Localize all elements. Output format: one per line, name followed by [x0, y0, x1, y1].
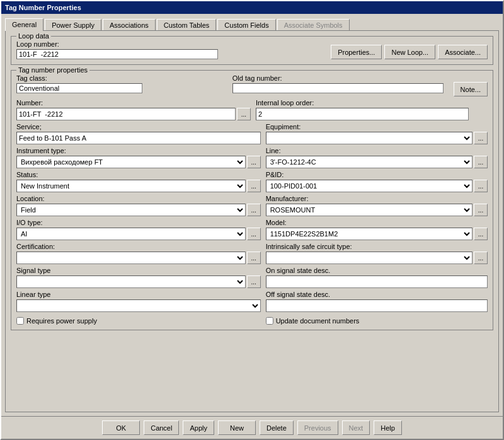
- line-btn[interactable]: ...: [474, 156, 488, 168]
- internal-loop-label: Internal loop order:: [256, 99, 469, 107]
- manufacturer-col: Manufacturer: ROSEMOUNT ...: [266, 195, 488, 216]
- line-label: Line:: [266, 147, 488, 154]
- loop-number-input[interactable]: [16, 49, 218, 59]
- signal-type-input-group: ...: [16, 275, 261, 288]
- tab-general[interactable]: General: [5, 18, 43, 31]
- update-doc-checkbox[interactable]: [266, 317, 273, 325]
- certification-input-group: ...: [16, 252, 261, 264]
- tab-custom-tables[interactable]: Custom Tables: [157, 19, 217, 31]
- manufacturer-label: Manufacturer:: [266, 195, 488, 202]
- associate-button[interactable]: Associate...: [438, 45, 488, 59]
- linear-type-select[interactable]: [16, 299, 261, 312]
- io-type-label: I/O type:: [16, 219, 261, 226]
- manufacturer-select[interactable]: ROSEMOUNT: [266, 204, 472, 216]
- pandid-select[interactable]: 100-PID01-001: [266, 180, 472, 192]
- loop-number-col: Loop number:: [16, 40, 326, 59]
- certification-btn[interactable]: ...: [247, 252, 261, 264]
- status-input-group: New Instrument ...: [16, 180, 261, 192]
- line-select[interactable]: 3'-FO-1212-4C: [266, 156, 472, 168]
- loop-data-group: Loop data Loop number: Properties... New…: [11, 36, 493, 65]
- linear-type-col: Linear type: [16, 291, 261, 312]
- tab-power-supply[interactable]: Power Supply: [45, 19, 101, 31]
- tab-custom-fields[interactable]: Custom Fields: [217, 19, 275, 31]
- loop-data-title: Loop data: [16, 32, 51, 40]
- equipment-select[interactable]: [266, 132, 472, 144]
- on-signal-label: On signal state desc.: [266, 267, 488, 274]
- old-tag-number-input[interactable]: [232, 83, 444, 93]
- equipment-btn[interactable]: ...: [474, 132, 488, 144]
- old-tag-number-label: Old tag number:: [232, 74, 444, 82]
- status-select[interactable]: New Instrument: [16, 180, 246, 192]
- instrument-type-select[interactable]: Вихревой расходомер FT: [16, 156, 246, 168]
- loop-number-label: Loop number:: [16, 40, 326, 48]
- update-doc-label: Update document numbers: [276, 317, 360, 325]
- manufacturer-btn[interactable]: ...: [474, 204, 488, 216]
- io-type-btn[interactable]: ...: [247, 228, 261, 240]
- location-col: Location: Field ...: [16, 195, 261, 216]
- status-col: Status: New Instrument ...: [16, 171, 261, 192]
- apply-button[interactable]: Apply: [183, 420, 214, 435]
- new-loop-button[interactable]: New Loop...: [384, 45, 435, 59]
- number-btn[interactable]: ...: [237, 108, 251, 120]
- instrument-type-btn[interactable]: ...: [247, 156, 261, 168]
- number-label: Number:: [16, 99, 251, 107]
- pandid-btn[interactable]: ...: [474, 180, 488, 192]
- tab-associate-symbols: Associate Symbols: [277, 19, 350, 31]
- pandid-label: P&ID:: [266, 171, 488, 178]
- intrinsic-input-group: ...: [266, 252, 488, 264]
- service-input[interactable]: [16, 132, 261, 144]
- tab-content-general: Loop data Loop number: Properties... New…: [5, 30, 499, 412]
- tag-class-input[interactable]: [16, 83, 142, 93]
- intrinsic-select[interactable]: [266, 252, 472, 264]
- model-select[interactable]: 1151DP4E22S2B1M2: [266, 228, 472, 240]
- main-window: Tag Number Properties General Power Supp…: [0, 0, 504, 440]
- linear-type-input-group: [16, 299, 261, 312]
- previous-button: Previous: [297, 420, 338, 435]
- new-button[interactable]: New: [218, 420, 256, 435]
- tab-associations[interactable]: Associations: [103, 19, 156, 31]
- location-btn[interactable]: ...: [247, 204, 261, 216]
- number-input[interactable]: [16, 108, 236, 120]
- pandid-col: P&ID: 100-PID01-001 ...: [266, 171, 488, 192]
- ok-button[interactable]: OK: [102, 420, 140, 435]
- update-doc-row: Update document numbers: [266, 317, 488, 325]
- internal-loop-input[interactable]: [256, 108, 469, 120]
- off-signal-input[interactable]: [266, 299, 488, 312]
- next-button: Next: [342, 420, 370, 435]
- instrument-type-label: Instrument type:: [16, 147, 261, 154]
- tag-class-label: Tag class:: [16, 74, 227, 82]
- intrinsic-label: Intrinsically safe circuit type:: [266, 243, 488, 250]
- off-signal-label: Off signal state desc.: [266, 291, 488, 298]
- requires-power-row: Requires power supply: [16, 317, 261, 325]
- content-area: General Power Supply Associations Custom…: [1, 14, 503, 416]
- requires-power-checkbox[interactable]: [16, 317, 24, 325]
- note-btn-col: Note...: [449, 74, 488, 96]
- properties-button[interactable]: Properties...: [331, 45, 382, 59]
- on-signal-col: On signal state desc.: [266, 267, 488, 288]
- model-btn[interactable]: ...: [474, 228, 488, 240]
- certification-select[interactable]: [16, 252, 246, 264]
- note-button[interactable]: Note...: [454, 82, 488, 96]
- status-btn[interactable]: ...: [247, 180, 261, 192]
- location-select[interactable]: Field: [16, 204, 246, 216]
- manufacturer-input-group: ROSEMOUNT ...: [266, 204, 488, 216]
- signal-type-select[interactable]: [16, 275, 246, 288]
- model-input-group: 1151DP4E22S2B1M2 ...: [266, 228, 488, 240]
- loop-data-row: Loop number: Properties... New Loop... A…: [16, 40, 488, 59]
- instrument-type-input-group: Вихревой расходомер FT ...: [16, 156, 261, 168]
- tab-bar: General Power Supply Associations Custom…: [5, 18, 499, 30]
- tag-properties-group: Tag number properties Tag class: Old tag…: [11, 70, 493, 330]
- certification-label: Certification:: [16, 243, 261, 250]
- signal-type-btn[interactable]: ...: [247, 275, 261, 288]
- cancel-button[interactable]: Cancel: [144, 420, 179, 435]
- line-col: Line: 3'-FO-1212-4C ...: [266, 147, 488, 168]
- intrinsic-btn[interactable]: ...: [474, 252, 488, 264]
- delete-button[interactable]: Delete: [260, 420, 294, 435]
- io-type-input-group: AI ...: [16, 228, 261, 240]
- help-button[interactable]: Help: [374, 420, 402, 435]
- intrinsic-col: Intrinsically safe circuit type: ...: [266, 243, 488, 264]
- io-type-col: I/O type: AI ...: [16, 219, 261, 240]
- bottom-bar: OK Cancel Apply New Delete Previous Next…: [1, 416, 503, 439]
- io-type-select[interactable]: AI: [16, 228, 246, 240]
- on-signal-input[interactable]: [266, 275, 488, 288]
